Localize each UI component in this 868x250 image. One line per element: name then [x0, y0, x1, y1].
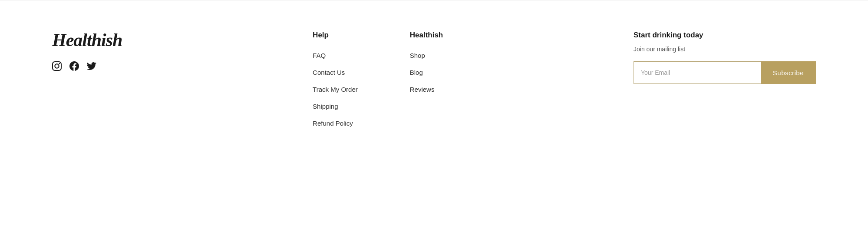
contact-link[interactable]: Contact Us	[313, 65, 358, 80]
subscribe-title: Start drinking today	[634, 31, 816, 40]
email-input[interactable]	[634, 61, 761, 84]
blog-link[interactable]: Blog	[410, 65, 443, 80]
brand-logo: Healthish	[52, 31, 122, 49]
email-form: Subscribe	[634, 61, 816, 84]
healthish-column: Healthish Shop Blog Reviews	[410, 31, 443, 130]
help-column-title: Help	[313, 31, 358, 40]
facebook-icon[interactable]	[69, 61, 79, 73]
help-column: Help FAQ Contact Us Track My Order Shipp…	[313, 31, 358, 130]
refund-link[interactable]: Refund Policy	[313, 116, 358, 130]
subscribe-button[interactable]: Subscribe	[761, 61, 816, 84]
subscribe-section: Start drinking today Join our mailing li…	[634, 27, 816, 84]
faq-link[interactable]: FAQ	[313, 48, 358, 63]
shop-link[interactable]: Shop	[410, 48, 443, 63]
healthish-column-title: Healthish	[410, 31, 443, 40]
track-order-link[interactable]: Track My Order	[313, 82, 358, 97]
footer: Healthish Help	[0, 0, 868, 250]
instagram-icon[interactable]	[52, 61, 62, 73]
nav-sections: Help FAQ Contact Us Track My Order Shipp…	[122, 27, 634, 130]
shipping-link[interactable]: Shipping	[313, 99, 358, 113]
brand-section: Healthish	[52, 27, 122, 73]
subscribe-subtitle: Join our mailing list	[634, 46, 816, 53]
reviews-link[interactable]: Reviews	[410, 82, 443, 97]
social-icons-group	[52, 61, 122, 73]
twitter-icon[interactable]	[87, 61, 96, 73]
